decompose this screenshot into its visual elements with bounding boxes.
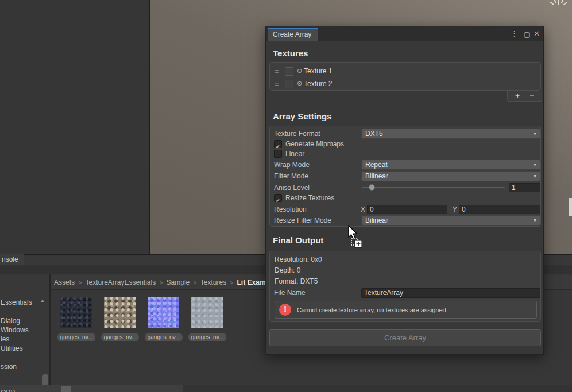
resolution-x-label: X — [361, 205, 365, 214]
folder-tree-item[interactable]: ies — [1, 335, 49, 344]
resolution-y-field[interactable]: 0 — [459, 205, 540, 214]
horizontal-scrollbar-track[interactable] — [0, 385, 183, 392]
folder-tree-item[interactable]: Windows — [1, 325, 49, 335]
create-array-window: Create Array ⋮ ▢ ✕ Textures = ⊙ Texture … — [265, 26, 544, 355]
folder-tree-item[interactable]: ssion — [1, 362, 49, 371]
breadcrumb-current-item[interactable]: Lit Exam — [237, 278, 266, 286]
generate-mipmaps-label: Generate Mipmaps — [285, 140, 344, 148]
file-name-field[interactable]: TextureArray — [361, 288, 540, 298]
breadcrumb-item[interactable]: Sample — [167, 278, 190, 286]
aniso-level-row: Aniso Level 1 — [270, 183, 540, 193]
breadcrumb-item[interactable]: Textures — [200, 278, 226, 286]
filter-mode-row: Filter Mode Bilinear ▾ — [270, 171, 540, 181]
aniso-slider-handle[interactable] — [369, 184, 375, 191]
directional-light-gizmo-icon[interactable] — [547, 0, 571, 10]
aniso-slider-track[interactable] — [362, 187, 505, 188]
chevron-down-icon: ▾ — [534, 161, 536, 168]
texture-slot-label: Texture 2 — [304, 80, 332, 88]
maximize-icon[interactable]: ▢ — [524, 30, 530, 39]
array-settings-box: Texture Format DXT5 ▾ ✓ Generate Mipmaps… — [269, 126, 541, 227]
array-settings-section-header: Array Settings — [273, 111, 332, 121]
resize-textures-label: Resize Textures — [285, 194, 334, 202]
resize-filter-mode-row: Resize Filter Mode Bilinear ▾ — [270, 215, 540, 226]
console-tab[interactable]: nsole — [0, 254, 24, 265]
textures-list: = ⊙ Texture 1 = ⊙ Texture 2 — [269, 62, 541, 91]
asset-label: ganges_riv... — [145, 333, 183, 341]
asset-label: ganges_riv... — [188, 333, 226, 341]
wrap-mode-label: Wrap Mode — [274, 161, 310, 169]
file-name-row: File Name TextureArray — [270, 288, 540, 298]
texture-format-row: Texture Format DXT5 ▾ — [270, 129, 540, 139]
object-picker-icon[interactable]: ⊙ — [297, 80, 302, 87]
resize-filter-mode-label: Resize Filter Mode — [274, 216, 331, 224]
unity-editor-screen: nsole Essentials Dialog Windows ies Util… — [0, 0, 572, 392]
texture-list-row[interactable]: = ⊙ Texture 2 — [270, 79, 540, 90]
resolution-y-label: Y — [453, 205, 457, 214]
folder-tree-item[interactable]: Utilities — [1, 344, 49, 353]
object-picker-icon[interactable]: ⊙ — [297, 67, 302, 75]
output-depth-info: Depth: 0 — [275, 266, 300, 274]
right-edge-scrollbar[interactable] — [569, 198, 572, 216]
object-field-thumbnail[interactable] — [285, 80, 293, 88]
breadcrumb-separator-icon: > — [230, 279, 233, 286]
horizontal-scrollbar-thumb[interactable] — [61, 386, 71, 392]
create-array-button[interactable]: Create Array — [269, 329, 541, 346]
chevron-down-icon: ▾ — [534, 130, 536, 137]
chevron-down-icon: ▾ — [534, 217, 536, 223]
aniso-level-label: Aniso Level — [274, 184, 310, 192]
folder-tree-item[interactable]: Dialog — [1, 316, 49, 325]
texture-thumbnail-normal-map[interactable] — [148, 297, 179, 328]
aniso-value-field[interactable]: 1 — [509, 183, 540, 192]
list-footer: + − — [507, 91, 542, 102]
resize-filter-mode-value: Bilinear — [365, 216, 388, 224]
linear-label: Linear — [285, 150, 304, 158]
window-tab[interactable]: Create Array — [268, 28, 318, 41]
warning-box: ! Cannot create texture array, no textur… — [275, 301, 537, 319]
asset-item[interactable]: ganges_riv... — [104, 297, 136, 341]
filter-mode-dropdown[interactable]: Bilinear ▾ — [361, 171, 540, 181]
texture-format-value: DXT5 — [365, 130, 383, 138]
breadcrumb-separator-icon: > — [159, 279, 163, 286]
add-element-button[interactable]: + — [515, 91, 520, 101]
final-output-section-header: Final Output — [273, 235, 323, 245]
check-icon: ✓ — [275, 197, 280, 204]
resolution-label: Resolution — [274, 205, 307, 214]
close-icon[interactable]: ✕ — [534, 29, 540, 38]
asset-label: ganges_riv... — [57, 333, 95, 341]
sidebar-scrollbar-thumb[interactable] — [42, 374, 48, 385]
asset-label: ganges_riv... — [101, 333, 139, 341]
breadcrumb-item[interactable]: Assets — [54, 278, 75, 286]
project-folder-tree: Essentials Dialog Windows ies Utilities … — [0, 274, 49, 385]
asset-item[interactable]: ganges_riv... — [148, 297, 180, 341]
window-menu-icon[interactable]: ⋮ — [511, 29, 518, 38]
window-titlebar[interactable]: Create Array ⋮ ▢ ✕ — [266, 26, 543, 41]
resize-filter-mode-dropdown[interactable]: Bilinear ▾ — [361, 215, 540, 226]
file-name-label: File Name — [274, 289, 306, 297]
resolution-x-field[interactable]: 0 — [367, 205, 447, 214]
breadcrumb-item[interactable]: TextureArrayEssentials — [85, 278, 156, 286]
drag-handle-icon[interactable]: = — [275, 67, 279, 76]
left-empty-panel — [0, 0, 149, 254]
filter-mode-value: Bilinear — [365, 172, 388, 180]
linear-row: ✓ Linear — [270, 149, 540, 160]
texture-format-dropdown[interactable]: DXT5 ▾ — [361, 129, 540, 139]
asset-item[interactable]: ganges_riv... — [60, 297, 92, 341]
breadcrumb-separator-icon: > — [193, 279, 196, 286]
object-field-thumbnail[interactable] — [285, 67, 293, 76]
linear-checkbox[interactable]: ✓ — [274, 150, 282, 158]
drag-handle-icon[interactable]: = — [275, 80, 279, 88]
remove-element-button[interactable]: − — [530, 91, 534, 101]
texture-list-row[interactable]: = ⊙ Texture 1 — [270, 66, 540, 77]
resolution-row: Resolution X 0 Y 0 — [270, 204, 540, 215]
texture-thumbnail-gray-speckled[interactable] — [191, 297, 223, 328]
texture-thumbnail-gravel-dark[interactable] — [60, 297, 92, 328]
wrap-mode-dropdown[interactable]: Repeat ▾ — [361, 160, 540, 170]
asset-item[interactable]: ganges_riv... — [191, 297, 223, 341]
error-icon: ! — [279, 304, 291, 316]
resize-textures-checkbox[interactable]: ✓ — [274, 194, 282, 202]
output-resolution-info: Resolution: 0x0 — [275, 255, 322, 263]
scroll-up-arrow-icon[interactable]: ▲ — [40, 298, 45, 303]
folder-tree-item-clipped[interactable]: OPP — [1, 389, 15, 392]
texture-thumbnail-gravel-brown[interactable] — [104, 297, 136, 328]
generate-mipmaps-checkbox[interactable]: ✓ — [274, 140, 282, 148]
